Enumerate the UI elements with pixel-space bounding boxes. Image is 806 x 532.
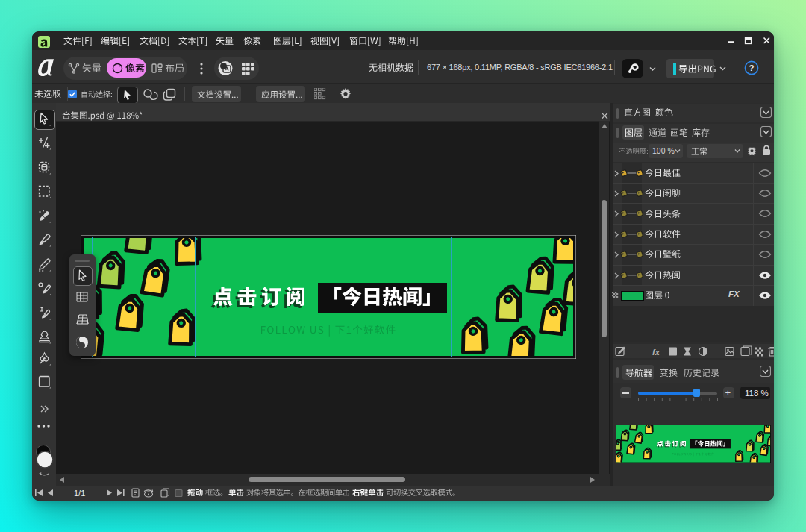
- svg-text:fx: fx: [652, 348, 660, 357]
- svg-text:?: ?: [749, 63, 754, 72]
